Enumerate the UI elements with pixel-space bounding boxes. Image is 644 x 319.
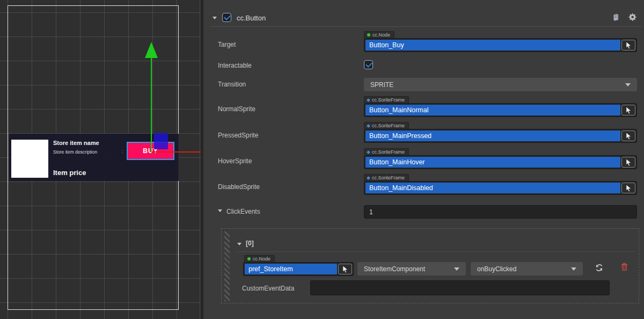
hover-sprite-label: HoverSprite (218, 157, 252, 165)
event-index-label: [0] (246, 240, 254, 247)
component-enabled-checkbox[interactable] (222, 13, 231, 22)
spriteframe-dot-icon (367, 98, 370, 102)
sprite-picker-button[interactable] (621, 105, 635, 115)
gizmo-y-arrow-icon[interactable] (145, 42, 158, 58)
chevron-down-icon (454, 267, 459, 271)
normal-sprite-label: NormalSprite (218, 105, 255, 113)
pressed-sprite-label: PressedSprite (218, 132, 258, 139)
store-item-price: Item price (53, 169, 86, 177)
clickevents-count-field[interactable]: 1 (364, 205, 637, 219)
node-picker-button[interactable] (338, 264, 352, 274)
event-node-badge: cc.Node (244, 255, 275, 262)
target-field[interactable]: Button_Buy (364, 38, 637, 52)
drag-handle-hatch[interactable] (224, 231, 230, 301)
cursor-icon (342, 265, 348, 273)
disabled-sprite-label: DisabledSprite (218, 183, 260, 191)
inspector-panel: cc.Button Target cc.Node Button_Buy Inte… (203, 0, 644, 319)
interactable-checkbox[interactable] (364, 60, 373, 69)
node-type-dot-icon (247, 257, 251, 260)
cursor-icon (625, 132, 632, 140)
transition-dropdown[interactable]: SPRITE (364, 78, 637, 91)
spriteframe-dot-icon (367, 124, 370, 127)
normal-sprite-badge: cc.SoriteFrame (364, 96, 409, 103)
collapse-arrow-icon[interactable] (213, 17, 217, 19)
pressed-sprite-badge: cc.SoriteFrame (364, 122, 409, 129)
trash-icon[interactable] (621, 263, 628, 273)
hover-sprite-badge: cc.SoriteFrame (364, 148, 409, 155)
refresh-icon[interactable] (595, 263, 604, 274)
clickevents-collapse-arrow-icon[interactable] (218, 209, 222, 212)
gizmo-y-axis[interactable] (151, 57, 152, 152)
clickevents-label: ClickEvents (226, 208, 260, 215)
store-item-detail-mark: : (122, 149, 123, 154)
gizmo-rect-handle[interactable] (154, 133, 168, 149)
spriteframe-dot-icon (367, 150, 370, 154)
disabled-sprite-badge: cc.SoriteFrame (364, 174, 409, 181)
grid-line (200, 0, 200, 319)
cursor-icon (625, 184, 632, 192)
normal-sprite-field[interactable]: Button_MainNormal (364, 103, 637, 117)
transition-label: Transition (218, 81, 246, 88)
spriteframe-dot-icon (367, 176, 370, 179)
gizmo-x-axis[interactable] (151, 151, 201, 153)
chevron-down-icon (571, 267, 576, 271)
target-value[interactable]: Button_Buy (365, 40, 620, 50)
cursor-icon (625, 41, 632, 49)
click-event-group: [0] cc.Node pref_StoreItem StoreItemComp… (221, 228, 639, 303)
store-item-name: Store item name (53, 140, 99, 146)
event-divider (237, 251, 635, 252)
target-label: Target (218, 41, 236, 48)
target-type-badge: cc.Node (364, 31, 394, 38)
store-item-description: Store item description (53, 149, 97, 155)
interactable-label: Interactable (218, 62, 252, 69)
custom-event-data-label: CustomEventData (242, 285, 294, 292)
scene-view[interactable]: Store item name Store item description :… (0, 0, 201, 319)
pressed-sprite-field[interactable]: Button_MainPressed (364, 129, 637, 143)
component-header: cc.Button (203, 10, 644, 26)
node-picker-button[interactable] (621, 40, 635, 50)
cursor-icon (625, 158, 632, 166)
sprite-picker-button[interactable] (621, 130, 635, 141)
hover-sprite-field[interactable]: Button_MainHover (364, 155, 637, 169)
sprite-picker-button[interactable] (621, 157, 635, 168)
chevron-down-icon (625, 83, 631, 86)
event-handler-dropdown[interactable]: onBuyClicked (471, 262, 583, 276)
event-collapse-arrow-icon[interactable] (237, 243, 241, 245)
node-type-dot-icon (367, 33, 370, 37)
sprite-picker-button[interactable] (621, 183, 635, 193)
help-doc-icon[interactable] (611, 13, 620, 24)
store-item-image (11, 140, 48, 178)
component-title: cc.Button (237, 14, 266, 22)
header-divider (210, 26, 642, 27)
custom-event-data-input[interactable] (310, 280, 610, 295)
event-node-field[interactable]: pref_StoreItem (243, 262, 354, 276)
event-component-dropdown[interactable]: StoreItemComponent (357, 262, 466, 276)
disabled-sprite-field[interactable]: Button_MainDisabled (364, 181, 637, 195)
cursor-icon (625, 106, 632, 114)
gear-icon[interactable] (628, 13, 636, 24)
